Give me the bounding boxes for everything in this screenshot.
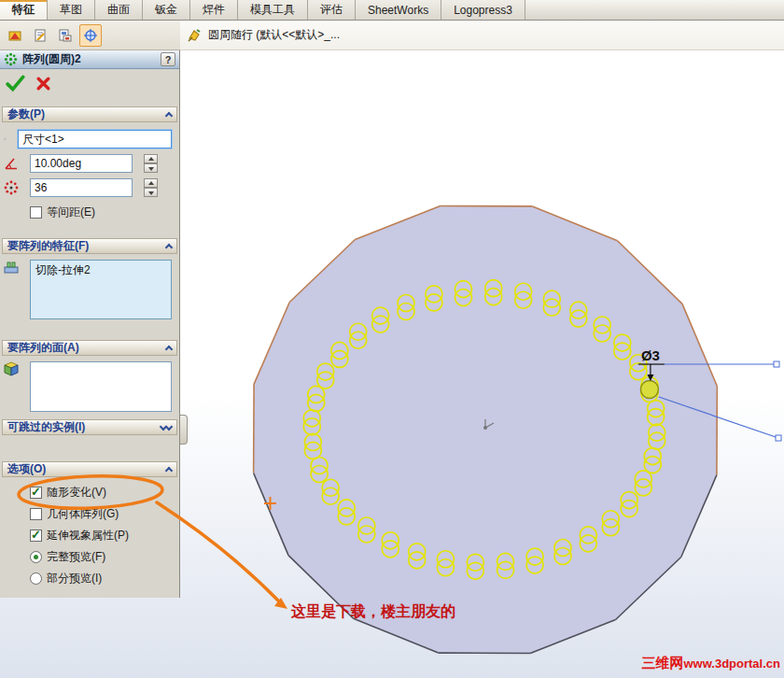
panel-splitter-handle[interactable] [180, 415, 188, 445]
tab-4[interactable]: 钣金 [143, 0, 190, 20]
tab-9[interactable]: Logopress3 [441, 0, 525, 20]
panel-tab-strip [0, 21, 180, 50]
dimxpert-manager-icon[interactable] [79, 24, 102, 47]
section-faces-header[interactable]: 要阵列的面(A) [2, 340, 177, 356]
geometry-pattern-checkbox[interactable]: 几何体阵列(G) [30, 506, 179, 521]
property-manager-glyph [33, 28, 48, 43]
features-row: 切除-拉伸2 [0, 260, 179, 319]
section-features-label: 要阵列的特征(F) [7, 238, 166, 254]
equal-spacing-checkbox[interactable]: 等间距(E) [30, 205, 179, 219]
partial-preview-radio[interactable]: 部分预览(I) [30, 571, 179, 586]
feature-item[interactable]: 切除-拉伸2 [31, 261, 171, 280]
panel-title: 阵列(圆周)2 [22, 51, 156, 67]
configuration-manager-icon[interactable] [54, 24, 77, 47]
faces-list[interactable] [30, 361, 172, 412]
feature-manager-glyph [7, 28, 22, 43]
full-preview-radio[interactable]: 完整预览(F) [30, 549, 179, 564]
section-options-header[interactable]: 选项(O) [2, 461, 177, 477]
spinner-down-icon[interactable] [144, 163, 158, 173]
panel-actions [0, 69, 179, 95]
section-skip-header[interactable]: 可跳过的实例(I) [2, 419, 177, 435]
radio-circle[interactable] [30, 572, 42, 585]
section-options-label: 选项(O) [7, 461, 166, 477]
graphics-toolbar: 圆周随行 (默认<<默认>_... [180, 21, 784, 50]
feature-manager-icon[interactable] [4, 24, 26, 47]
svg-text:Ø3: Ø3 [641, 347, 660, 363]
angle-input[interactable] [30, 154, 133, 173]
tab-5[interactable]: 焊件 [190, 0, 238, 20]
property-manager: 阵列(圆周)2 ? 参数(P) [0, 50, 180, 598]
checkbox-box[interactable] [30, 487, 42, 499]
full-preview-label: 完整预览(F) [47, 549, 105, 565]
equal-spacing-label: 等间距(E) [47, 205, 95, 220]
spinner-up-icon[interactable] [144, 178, 158, 188]
direction-row [0, 130, 179, 148]
tab-1[interactable]: 特征 [0, 0, 48, 20]
collapse-icon[interactable] [165, 467, 173, 474]
tab-6[interactable]: 模具工具 [238, 0, 308, 20]
property-manager-icon[interactable] [29, 24, 51, 47]
angle-spinner[interactable] [144, 154, 158, 173]
section-faces-label: 要阵列的面(A) [7, 340, 166, 356]
features-list[interactable]: 切除-拉伸2 [30, 260, 172, 319]
section-skip-label: 可跳过的实例(I) [7, 419, 161, 435]
pattern-axis-input[interactable] [18, 130, 172, 148]
collapse-icon[interactable] [165, 346, 173, 353]
tab-7[interactable]: 评估 [308, 0, 356, 20]
instance-count-icon [4, 180, 19, 195]
tab-8[interactable]: SheetWorks [356, 0, 441, 20]
spinner-down-icon[interactable] [144, 188, 158, 197]
vary-sketch-checkbox[interactable]: 随形变化(V) [30, 485, 179, 500]
feature-tree-label[interactable]: 圆周随行 (默认<<默认>_... [208, 27, 340, 43]
count-row [0, 178, 179, 197]
annotation-text: 这里是下载，楼主朋友的 [291, 602, 455, 622]
propagate-visual-properties-label: 延伸视象属性(P) [47, 528, 129, 544]
tab-2[interactable]: 草图 [48, 0, 95, 20]
solidworks-window: { "tabs": { "items": ["特征", "草图", "曲面", … [0, 0, 784, 678]
checkbox-box[interactable] [30, 206, 42, 219]
vary-sketch-label: 随形变化(V) [47, 485, 106, 501]
pin-icon[interactable] [186, 27, 203, 44]
section-parameters-label: 参数(P) [7, 106, 166, 122]
tab-bar: 特征草图曲面钣金焊件模具工具评估SheetWorksLogopress3 [0, 0, 784, 21]
section-features-header[interactable]: 要阵列的特征(F) [2, 238, 177, 254]
help-button[interactable]: ? [161, 52, 175, 66]
faces-to-pattern-icon [4, 361, 19, 376]
tab-3[interactable]: 曲面 [95, 0, 143, 20]
propagate-visual-properties-checkbox[interactable]: 延伸视象属性(P) [30, 528, 179, 543]
instance-count-input[interactable] [30, 178, 133, 197]
watermark-logo: 三维网 [641, 655, 683, 671]
spinner-up-icon[interactable] [144, 154, 158, 163]
crosshair-icon [83, 28, 98, 43]
panel-title-bar: 阵列(圆周)2 ? [0, 50, 179, 69]
reverse-direction-icon[interactable] [4, 132, 7, 147]
faces-row [0, 361, 179, 412]
geometry-pattern-label: 几何体阵列(G) [47, 506, 119, 522]
watermark-url: www.3dportal.cn [683, 657, 780, 671]
watermark: 三维网www.3dportal.cn [641, 655, 780, 672]
angle-row [0, 154, 179, 173]
count-spinner[interactable] [144, 178, 158, 197]
section-parameters-header[interactable]: 参数(P) [2, 106, 177, 122]
configuration-manager-glyph [58, 28, 73, 43]
ok-button[interactable] [6, 74, 26, 92]
circular-pattern-icon [4, 52, 18, 66]
angle-icon [4, 156, 19, 171]
checkbox-box[interactable] [30, 508, 42, 520]
expand-icon[interactable] [165, 422, 173, 430]
partial-preview-label: 部分预览(I) [47, 571, 102, 586]
checkbox-box[interactable] [30, 530, 42, 542]
collapse-icon[interactable] [165, 244, 173, 251]
cancel-button[interactable] [35, 76, 51, 92]
collapse-icon[interactable] [165, 112, 173, 120]
radio-circle[interactable] [30, 551, 42, 563]
features-to-pattern-icon [4, 260, 19, 275]
